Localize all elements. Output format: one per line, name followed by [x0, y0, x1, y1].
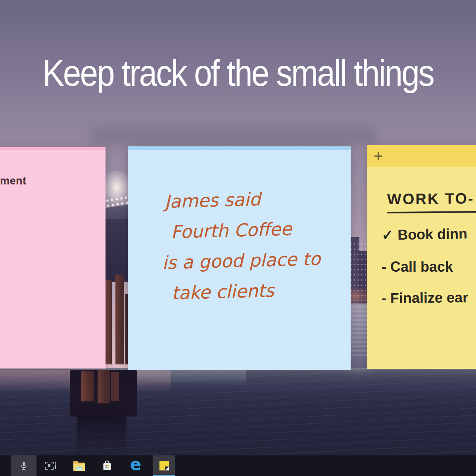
post-shadow-reflection [77, 416, 126, 455]
hero-title: Keep track of the small things [0, 55, 476, 92]
handwritten-line: James said [164, 187, 319, 222]
taskbar: e [0, 455, 476, 476]
todo-item[interactable]: ✓ Book dinn [382, 225, 468, 244]
wooden-post [111, 372, 119, 401]
yellow-note[interactable]: + WORK TO- ✓ Book dinn - Call back - Fin… [367, 145, 476, 369]
wooden-post [81, 371, 94, 401]
task-view-button[interactable] [40, 455, 60, 476]
distant-haze [91, 127, 377, 146]
pink-note-text[interactable]: ment [0, 175, 27, 187]
pink-note[interactable]: ment [0, 147, 106, 369]
handwritten-line: take clients [171, 279, 322, 313]
edge-icon: e [130, 456, 142, 473]
sticky-notes-button[interactable] [153, 455, 175, 476]
store-icon [101, 460, 113, 472]
pier-post [115, 274, 124, 370]
handwritten-line: Fourth Coffee [171, 218, 320, 252]
blue-note-content[interactable]: James said Fourth Coffee is a good place… [160, 187, 322, 313]
folder-icon [73, 460, 86, 471]
wooden-post [98, 370, 110, 403]
file-explorer-button[interactable] [68, 455, 90, 476]
blue-note[interactable]: James said Fourth Coffee is a good place… [128, 146, 351, 370]
yellow-note-header: + [367, 145, 476, 167]
todo-item[interactable]: - Finalize ear [382, 289, 468, 307]
microphone-button[interactable] [11, 455, 36, 476]
yellow-note-title[interactable]: WORK TO- [387, 190, 476, 213]
pale-reflection [135, 370, 246, 386]
microsoft-edge-button[interactable]: e [125, 455, 147, 476]
blue-note-header [128, 146, 351, 150]
sticky-notes-icon [158, 460, 170, 472]
pink-note-header [0, 147, 106, 150]
pier-post [106, 280, 112, 370]
add-note-button[interactable]: + [374, 148, 383, 164]
plus-icon: + [374, 147, 383, 165]
hero-title-text: Keep track of the small things [42, 52, 434, 94]
handwritten-line: is a good place to [162, 248, 321, 283]
desktop-screen: Keep track of the small things ment Jame… [0, 0, 476, 476]
task-view-icon [43, 460, 57, 471]
todo-item[interactable]: - Call back [382, 259, 453, 275]
microphone-icon [19, 461, 29, 471]
microsoft-store-button[interactable] [96, 455, 118, 476]
